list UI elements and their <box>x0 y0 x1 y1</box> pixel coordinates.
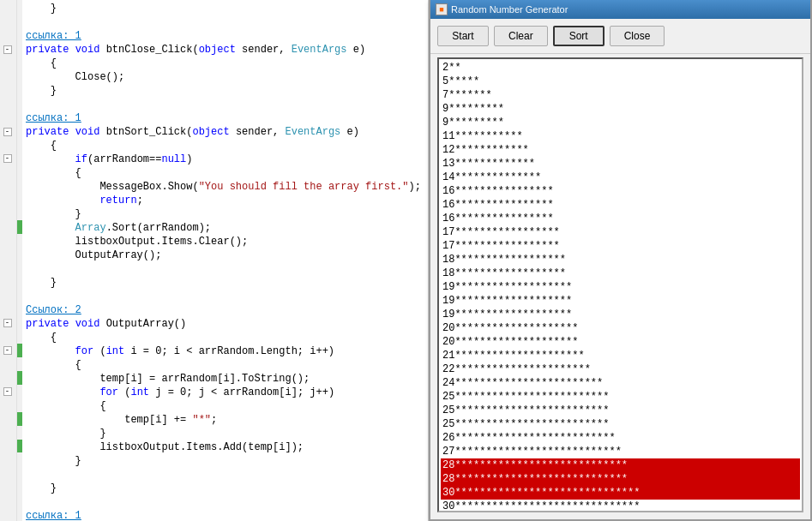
list-item[interactable]: 28**************************** <box>441 472 800 486</box>
list-item[interactable]: 24************************ <box>441 376 800 390</box>
code-line: Close(); <box>26 70 424 84</box>
list-item[interactable]: 18****************** <box>441 253 800 266</box>
collapse-icon[interactable]: - <box>3 45 12 54</box>
gutter-cell <box>0 111 16 125</box>
list-item[interactable]: 25************************* <box>441 417 800 431</box>
code-line: { <box>26 358 424 372</box>
gutter-cell <box>0 165 16 179</box>
gutter-cell: - <box>0 152 16 165</box>
list-item[interactable]: 25************************* <box>441 404 800 417</box>
code-line: { <box>26 139 424 153</box>
gutter-cell <box>0 220 16 234</box>
gutter-cell: - <box>0 125 16 139</box>
list-item[interactable]: 20******************** <box>441 321 800 335</box>
rng-window: ■ Random Number Generator Start Clear So… <box>429 0 812 521</box>
list-item[interactable]: 19******************* <box>441 308 800 321</box>
rng-titlebar: ■ Random Number Generator <box>430 0 810 19</box>
gutter-cell: - <box>0 316 16 330</box>
list-item[interactable]: 16**************** <box>441 184 800 198</box>
gutter-cell <box>0 398 16 412</box>
list-item[interactable]: 13************* <box>441 157 800 171</box>
list-item[interactable]: 30****************************** <box>441 486 800 500</box>
list-item[interactable]: 22********************** <box>441 362 800 376</box>
gutter-cell <box>0 248 16 261</box>
code-line: } <box>26 207 424 221</box>
gutter-cell <box>0 357 16 371</box>
code-editor-panel: - - - - - - <box>0 0 429 521</box>
output-listbox[interactable]: 2**5*****7*******9*********9*********11*… <box>437 57 803 512</box>
sort-button[interactable]: Sort <box>553 26 604 46</box>
gutter-cell: - <box>0 385 16 398</box>
code-line <box>26 495 424 509</box>
window-icon: ■ <box>436 3 448 15</box>
code-link[interactable]: ссылка: 1 <box>26 510 81 521</box>
list-item[interactable]: 5***** <box>441 75 800 88</box>
code-line: for (int j = 0; j < arrRandom[i]; j++) <box>26 386 424 399</box>
code-line: } <box>26 482 424 495</box>
gutter-cell <box>0 29 16 43</box>
list-item[interactable]: 19******************* <box>441 294 800 308</box>
gutter-cell <box>0 275 16 289</box>
code-line: private void btnClose_Click(object sende… <box>26 43 424 57</box>
gutter-cell <box>0 466 16 480</box>
list-item[interactable]: 18****************** <box>441 266 800 280</box>
gutter-cell <box>0 207 16 220</box>
collapse-icon[interactable]: - <box>3 154 12 163</box>
code-content[interactable]: } ссылка: 1 private void btnClose_Click(… <box>22 0 428 521</box>
gutter-cell <box>0 57 16 70</box>
list-item[interactable]: 9********* <box>441 102 800 116</box>
code-line: } <box>26 84 424 98</box>
collapse-icon[interactable]: - <box>3 387 12 396</box>
collapse-icon[interactable]: - <box>3 128 12 136</box>
start-button[interactable]: Start <box>437 26 489 46</box>
list-item[interactable]: 30****************************** <box>441 500 800 512</box>
list-item[interactable]: 11*********** <box>441 129 800 143</box>
gutter-cell <box>0 193 16 207</box>
code-line <box>26 290 424 303</box>
list-item[interactable]: 21********************* <box>441 349 800 362</box>
code-line <box>26 262 424 276</box>
code-link[interactable]: Ссылок: 2 <box>26 304 81 316</box>
gutter-cell <box>0 234 16 248</box>
list-item[interactable]: 17***************** <box>441 239 800 253</box>
close-button[interactable]: Close <box>610 26 665 46</box>
gutter-cell <box>0 84 16 98</box>
list-item[interactable]: 9********* <box>441 116 800 129</box>
code-line <box>26 98 424 111</box>
list-item[interactable]: 17***************** <box>441 225 800 239</box>
window-title: Random Number Generator <box>451 4 805 15</box>
clear-button[interactable]: Clear <box>494 26 548 46</box>
code-link[interactable]: ссылка: 1 <box>26 112 81 124</box>
code-line: if(arrRandom==null) <box>26 153 424 166</box>
list-item[interactable]: 16**************** <box>441 212 800 225</box>
list-item[interactable]: 27*************************** <box>441 445 800 458</box>
gutter-cell <box>0 507 16 521</box>
gutter-cell <box>0 98 16 111</box>
list-item[interactable]: 2** <box>441 61 800 75</box>
code-line: { <box>26 166 424 180</box>
list-item[interactable]: 28**************************** <box>441 458 800 472</box>
list-item[interactable]: 19******************* <box>441 280 800 294</box>
list-item[interactable]: 26************************** <box>441 431 800 445</box>
gutter-cell <box>0 452 16 466</box>
list-item[interactable]: 16**************** <box>441 198 800 212</box>
list-item[interactable]: 25************************* <box>441 390 800 404</box>
code-line: for (int i = 0; i < arrRandom.Length; i+… <box>26 344 424 358</box>
code-line: } <box>26 427 424 440</box>
gutter-cell <box>0 70 16 84</box>
code-link[interactable]: ссылка: 1 <box>26 30 81 42</box>
gutter-cell <box>0 330 16 344</box>
gutter-cell <box>0 2 16 15</box>
collapse-icon[interactable]: - <box>3 346 12 355</box>
code-line: temp[i] = arrRandom[i].ToString(); <box>26 372 424 386</box>
list-item[interactable]: 12************ <box>441 143 800 157</box>
gutter-cell <box>0 412 16 426</box>
collapse-icon[interactable]: - <box>3 319 12 327</box>
toolbar: Start Clear Sort Close <box>430 19 810 54</box>
list-item[interactable]: 20******************** <box>441 335 800 349</box>
code-line: private void OutputArray() <box>26 317 424 331</box>
code-line: { <box>26 57 424 70</box>
list-item[interactable]: 7******* <box>441 88 800 102</box>
list-item[interactable]: 14************** <box>441 171 800 184</box>
code-line: OutputArray(); <box>26 249 424 262</box>
